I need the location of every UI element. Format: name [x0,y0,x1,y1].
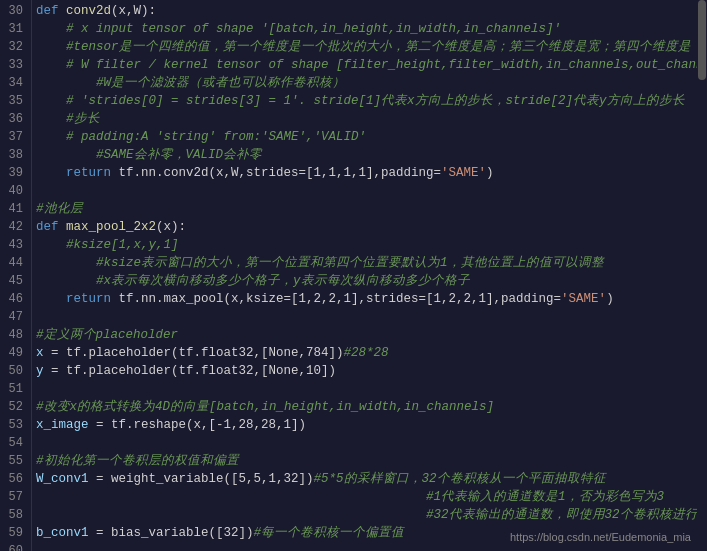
line-number: 38 [4,146,23,164]
line-number: 31 [4,20,23,38]
line-number: 43 [4,236,23,254]
line-number: 34 [4,74,23,92]
line-number: 57 [4,488,23,506]
line-number: 50 [4,362,23,380]
line-number: 40 [4,182,23,200]
code-line: # x input tensor of shape '[batch,in_hei… [36,20,703,38]
line-number: 58 [4,506,23,524]
code-line: y = tf.placeholder(tf.float32,[None,10]) [36,362,703,380]
code-line: #池化层 [36,200,703,218]
code-line [36,308,703,326]
code-line [36,542,703,551]
code-line: #x表示每次横向移动多少个格子，y表示每次纵向移动多少个格子 [36,272,703,290]
code-line: #1代表输入的通道数是1，否为彩色写为3 [36,488,703,506]
line-number: 45 [4,272,23,290]
code-line [36,434,703,452]
code-line: #ksize表示窗口的大小，第一个位置和第四个位置要默认为1，其他位置上的值可以… [36,254,703,272]
line-number: 41 [4,200,23,218]
line-number: 54 [4,434,23,452]
code-line: def max_pool_2x2(x): [36,218,703,236]
line-number: 55 [4,452,23,470]
line-number: 48 [4,326,23,344]
line-number: 32 [4,38,23,56]
line-number: 53 [4,416,23,434]
code-line: return tf.nn.max_pool(x,ksize=[1,2,2,1],… [36,290,703,308]
code-line: #ksize[1,x,y,1] [36,236,703,254]
code-line: def conv2d(x,W): [36,2,703,20]
scrollbar-thumb[interactable] [698,0,706,80]
line-number: 35 [4,92,23,110]
code-line: return tf.nn.conv2d(x,W,strides=[1,1,1,1… [36,164,703,182]
code-line: x = tf.placeholder(tf.float32,[None,784]… [36,344,703,362]
code-area: 3031323334353637383940414243444546474849… [0,0,707,551]
line-number: 51 [4,380,23,398]
line-number: 37 [4,128,23,146]
code-line: #定义两个placeholder [36,326,703,344]
code-line: #32代表输出的通道数，即使用32个卷积核进行特征采集，得到32个 [36,506,703,524]
line-number: 49 [4,344,23,362]
line-number: 30 [4,2,23,20]
line-number: 60 [4,542,23,551]
code-line: # padding:A 'string' from:'SAME','VALID' [36,128,703,146]
scrollbar[interactable] [697,0,707,551]
code-line: #tensor是一个四维的值，第一个维度是一个批次的大小，第二个维度是高；第三个… [36,38,703,56]
line-number: 39 [4,164,23,182]
code-line: #初始化第一个卷积层的权值和偏置 [36,452,703,470]
line-number: 47 [4,308,23,326]
code-line: #SAME会补零，VALID会补零 [36,146,703,164]
code-line: # 'strides[0] = strides[3] = 1'. stride[… [36,92,703,110]
line-number: 59 [4,524,23,542]
code-line: #改变x的格式转换为4D的向量[batch,in_height,in_width… [36,398,703,416]
code-content[interactable]: def conv2d(x,W): # x input tensor of sha… [32,0,707,551]
line-number: 42 [4,218,23,236]
code-line: x_image = tf.reshape(x,[-1,28,28,1]) [36,416,703,434]
line-number: 46 [4,290,23,308]
line-number: 33 [4,56,23,74]
code-line: #W是一个滤波器（或者也可以称作卷积核） [36,74,703,92]
code-line: # W filter / kernel tensor of shape [fil… [36,56,703,74]
code-line [36,182,703,200]
line-number: 36 [4,110,23,128]
editor-container: 3031323334353637383940414243444546474849… [0,0,707,551]
line-numbers: 3031323334353637383940414243444546474849… [0,0,32,551]
code-line: #步长 [36,110,703,128]
line-number: 44 [4,254,23,272]
watermark: https://blog.csdn.net/Eudemonia_mia [510,531,691,543]
line-number: 56 [4,470,23,488]
line-number: 52 [4,398,23,416]
code-line: W_conv1 = weight_variable([5,5,1,32])#5*… [36,470,703,488]
code-line [36,380,703,398]
